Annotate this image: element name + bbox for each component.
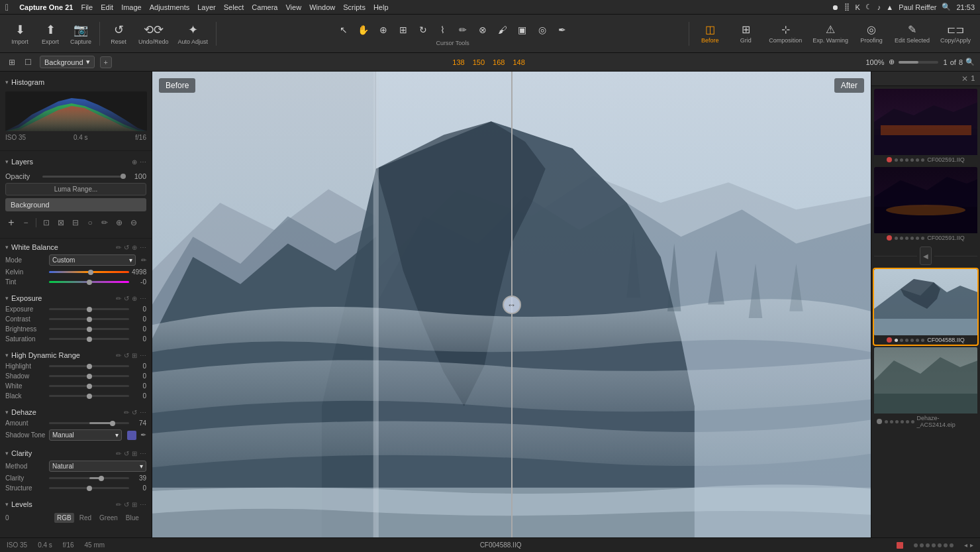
layers-header[interactable]: ▾ Layers ⊕ ⋯ <box>0 155 152 168</box>
menu-view[interactable]: View <box>285 3 301 11</box>
saturation-slider[interactable] <box>49 338 129 340</box>
auto-adjust-button[interactable]: ✦ Auto Adjust <box>174 20 213 48</box>
clarity-method-select[interactable]: Natural ▾ <box>49 461 146 472</box>
levels-green-btn[interactable]: Green <box>97 513 121 523</box>
import-button[interactable]: ⬇ Import <box>5 20 34 48</box>
exposure-slider[interactable] <box>49 308 129 310</box>
add-layer-button[interactable]: + <box>100 56 112 68</box>
menu-scripts[interactable]: Scripts <box>343 3 366 11</box>
select-tool[interactable]: ↖ <box>335 21 352 38</box>
highlight-slider[interactable] <box>49 365 129 367</box>
export-button[interactable]: ⬆ Export <box>36 20 65 48</box>
shadow-slider[interactable] <box>49 375 129 377</box>
menu-select[interactable]: Select <box>224 3 244 11</box>
menu-adjustments[interactable]: Adjustments <box>150 3 190 11</box>
mask-tool-3[interactable]: ⊟ <box>70 217 81 229</box>
filmstrip-item-4[interactable]: Dehaze-_ACS2414.eip <box>874 347 977 429</box>
menu-image[interactable]: Image <box>121 3 142 11</box>
add-layer-tool[interactable]: + <box>5 217 17 229</box>
filmstrip-item-2[interactable]: CF002591.IIQ <box>874 167 977 243</box>
structure-slider[interactable] <box>49 487 129 489</box>
histogram-header[interactable]: ▾ Histogram <box>0 76 152 89</box>
heal-tool[interactable]: ✏ <box>454 21 471 38</box>
crop-tool[interactable]: ⊞ <box>395 21 412 38</box>
zoom-slider[interactable] <box>899 61 938 64</box>
copy-apply-button[interactable]: ⊏⊐ Copy/Apply <box>936 21 975 46</box>
collapse-arrow[interactable]: ◀ <box>920 247 932 265</box>
white-balance-header[interactable]: ▾ White Balance ✏ ↺ ⊕ ⋯ <box>0 241 152 253</box>
grid-view-button[interactable]: ⊞ Grid <box>729 21 762 46</box>
nav-prev-icon[interactable]: ◂ <box>964 541 967 549</box>
mask-tool-5[interactable]: ✏ <box>99 217 111 229</box>
picker-tool[interactable]: ✒ <box>554 21 571 38</box>
white-slider[interactable] <box>49 385 129 387</box>
mask-tool-2[interactable]: ⊠ <box>55 217 67 229</box>
menu-camera[interactable]: Camera <box>252 3 277 11</box>
black-slider[interactable] <box>49 395 129 397</box>
rotate-tool[interactable]: ↻ <box>415 21 432 38</box>
wb-mode-edit[interactable]: ✏ <box>141 256 146 264</box>
mask-tool-1[interactable]: ⊡ <box>40 217 52 229</box>
pan-tool[interactable]: ✋ <box>355 21 372 38</box>
straighten-tool[interactable]: ⌇ <box>434 21 452 38</box>
mask-paint-tool[interactable]: 🖌 <box>494 21 511 38</box>
menu-edit[interactable]: Edit <box>101 3 113 11</box>
split-handle[interactable]: ↔ <box>503 296 521 314</box>
mask-tool-7[interactable]: ⊖ <box>128 217 140 229</box>
hdr-header[interactable]: ▾ High Dynamic Range ✏ ↺ ⊞ ⋯ <box>0 349 152 361</box>
menu-window[interactable]: Window <box>309 3 335 11</box>
dehaze-header[interactable]: ▾ Dehaze ✏ ↺ ⋯ <box>0 406 152 418</box>
filmstrip-item-1[interactable]: CF002591.IIQ <box>874 89 977 164</box>
tint-slider[interactable] <box>49 281 129 283</box>
mask-tool-4[interactable]: ○ <box>84 217 96 229</box>
eyedropper-icon[interactable]: ✒ <box>140 431 146 439</box>
radial-tool[interactable]: ◎ <box>534 21 551 38</box>
menu-file[interactable]: File <box>81 3 93 11</box>
gradient-tool[interactable]: ▣ <box>514 21 531 38</box>
undoredo-button[interactable]: ⟲⟳ Undo/Redo <box>134 20 173 48</box>
clone-tool[interactable]: ⊗ <box>474 21 491 38</box>
shadow-tone-select[interactable]: Manual ▾ <box>49 429 122 441</box>
levels-header[interactable]: ▾ Levels ✏ ↺ ⊞ ⋯ <box>0 498 152 510</box>
status-nav-arrows[interactable]: ◂ ▸ <box>964 541 973 549</box>
menu-layer[interactable]: Layer <box>197 3 216 11</box>
shadow-tone-color-swatch[interactable] <box>127 431 136 440</box>
proofing-button[interactable]: ◎ Proofing <box>855 21 888 46</box>
exposure-header[interactable]: ▾ Exposure ✏ ↺ ⊕ ⋯ <box>0 292 152 304</box>
mask-tool-6[interactable]: ⊕ <box>113 217 125 229</box>
filmstrip-item-3[interactable]: CF004588.IIQ <box>874 269 977 345</box>
right-panel-expand[interactable]: 1 <box>971 75 975 82</box>
remove-layer-tool[interactable]: − <box>20 217 32 229</box>
zoom-fit-icon[interactable]: ⊕ <box>889 58 895 66</box>
composition-button[interactable]: ⊹ Composition <box>765 21 806 46</box>
wb-mode-select[interactable]: Custom ▾ <box>49 254 136 266</box>
menu-help[interactable]: Help <box>373 3 389 11</box>
nav-next-icon[interactable]: ▸ <box>970 541 973 549</box>
search-icon-small[interactable]: 🔍 <box>965 58 975 66</box>
before-label[interactable]: Before <box>159 78 195 93</box>
contrast-slider[interactable] <box>49 318 129 320</box>
search-icon[interactable]: 🔍 <box>942 3 951 11</box>
exp-warning-button[interactable]: ⚠ Exp. Warning <box>808 21 852 46</box>
after-label[interactable]: After <box>834 78 864 93</box>
clarity-slider[interactable] <box>49 477 129 479</box>
levels-red-btn[interactable]: Red <box>77 513 94 523</box>
kelvin-slider[interactable] <box>49 271 129 273</box>
levels-blue-btn[interactable]: Blue <box>123 513 142 523</box>
edit-selected-button[interactable]: ✎ Edit Selected <box>891 21 934 46</box>
luma-range-button[interactable]: Luma Range... <box>5 183 146 195</box>
zoom-tool[interactable]: ⊕ <box>375 21 392 38</box>
background-layer-item[interactable]: Background <box>5 198 146 211</box>
opacity-slider[interactable] <box>42 176 126 178</box>
single-view[interactable]: ☐ <box>21 56 34 69</box>
grid-view-small[interactable]: ⊞ <box>5 56 19 69</box>
layer-selector[interactable]: Background ▾ <box>40 56 95 68</box>
before-button[interactable]: ◫ Before <box>693 21 726 46</box>
capture-button[interactable]: 📷 Capture <box>66 20 95 48</box>
dehaze-amount-slider[interactable] <box>49 422 129 424</box>
right-panel-close[interactable]: ✕ <box>961 74 968 83</box>
reset-button[interactable]: ↺ Reset <box>104 20 133 48</box>
clarity-header[interactable]: ▾ Clarity ✏ ↺ ⊞ ⋯ <box>0 447 152 459</box>
levels-rgb-btn[interactable]: RGB <box>54 513 74 523</box>
brightness-slider[interactable] <box>49 328 129 330</box>
